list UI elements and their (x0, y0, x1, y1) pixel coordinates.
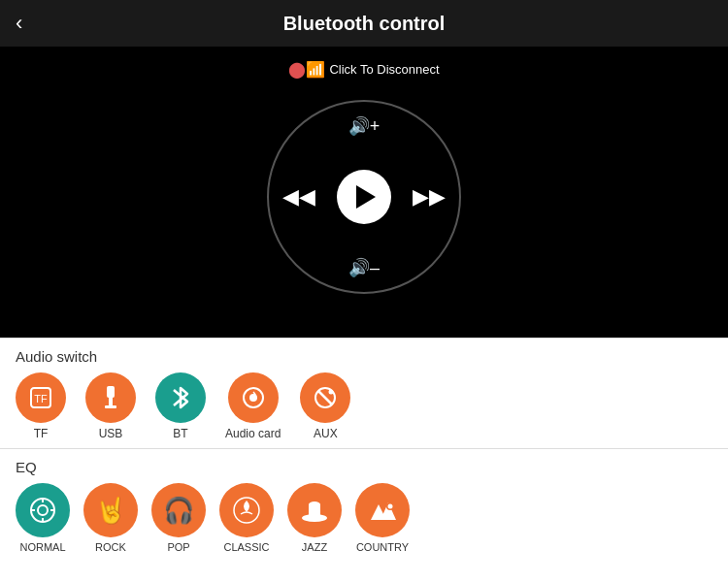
svg-rect-4 (105, 405, 116, 408)
aux-icon-circle (300, 372, 350, 423)
audio-card-icon-circle (228, 372, 279, 423)
eq-jazz-label: JAZZ (302, 541, 327, 553)
disconnect-button[interactable]: ⬤📶 Click To Disconnect (288, 60, 439, 79)
eq-country-circle (355, 483, 410, 537)
eq-jazz-item[interactable]: JAZZ (287, 483, 342, 553)
eq-normal-circle (16, 483, 70, 537)
back-button[interactable]: ‹ (16, 11, 22, 36)
eq-rock-circle: 🤘 (83, 483, 138, 537)
eq-pop-circle: 🎧 (151, 483, 206, 537)
page-title: Bluetooth control (283, 13, 446, 35)
eq-normal-icon (27, 495, 58, 526)
usb-label: USB (99, 427, 123, 440)
audio-card-icon (240, 384, 267, 411)
eq-section: EQ NORMAL 🤘 ROCK 🎧 (0, 448, 728, 561)
bt-icon-circle (155, 372, 206, 423)
volume-up-icon: 🔊+ (348, 115, 381, 137)
bt-label: BT (173, 427, 187, 440)
eq-classic-circle (219, 483, 274, 537)
eq-normal-label: NORMAL (19, 541, 65, 553)
previous-icon: ◀◀ (282, 184, 315, 209)
svg-text:TF: TF (34, 393, 48, 404)
eq-row: NORMAL 🤘 ROCK 🎧 POP CLASSIC (16, 483, 712, 553)
header: ‹ Bluetooth control (0, 0, 728, 47)
eq-classic-icon (231, 495, 262, 526)
player-area: ⬤📶 Click To Disconnect 🔊+ ◀◀ ▶▶ 🔊– (0, 47, 728, 338)
audio-usb-item[interactable]: USB (85, 372, 136, 440)
eq-classic-item[interactable]: CLASSIC (219, 483, 274, 553)
circular-control: 🔊+ ◀◀ ▶▶ 🔊– (267, 100, 461, 294)
play-icon (356, 185, 376, 209)
eq-pop-item[interactable]: 🎧 POP (151, 483, 206, 553)
eq-pop-label: POP (167, 541, 189, 553)
svg-point-19 (309, 501, 320, 507)
tf-label: TF (34, 427, 49, 440)
volume-up-button[interactable]: 🔊+ (348, 115, 381, 137)
volume-down-button[interactable]: 🔊– (348, 257, 380, 278)
play-button[interactable] (337, 170, 391, 224)
svg-point-9 (329, 390, 334, 395)
svg-point-11 (38, 505, 48, 515)
svg-point-23 (388, 504, 393, 509)
previous-button[interactable]: ◀◀ (282, 184, 315, 210)
usb-icon-circle (85, 372, 136, 423)
aux-icon (312, 384, 339, 411)
audio-switch-section: Audio switch TF TF USB (0, 338, 728, 448)
eq-country-label: COUNTRY (356, 541, 409, 553)
eq-rock-label: ROCK (95, 541, 126, 553)
tf-icon-circle: TF (16, 372, 66, 423)
eq-section-label: EQ (16, 459, 712, 475)
disconnect-label: Click To Disconnect (329, 62, 439, 77)
eq-rock-item[interactable]: 🤘 ROCK (83, 483, 138, 553)
audio-card-item[interactable]: Audio card (225, 372, 281, 440)
eq-jazz-icon (299, 495, 330, 526)
eq-pop-icon: 🎧 (163, 496, 194, 526)
eq-country-icon (367, 495, 398, 526)
eq-normal-item[interactable]: NORMAL (16, 483, 70, 553)
audio-switch-row: TF TF USB BT (16, 372, 712, 440)
svg-rect-2 (107, 386, 115, 398)
eq-country-item[interactable]: COUNTRY (355, 483, 410, 553)
audio-switch-label: Audio switch (16, 348, 712, 365)
eq-jazz-circle (287, 483, 342, 537)
svg-line-8 (319, 392, 331, 404)
audio-aux-item[interactable]: AUX (300, 372, 350, 440)
eq-rock-icon: 🤘 (95, 496, 126, 526)
eq-classic-label: CLASSIC (223, 541, 269, 553)
usb-icon (97, 384, 124, 411)
tf-icon: TF (27, 384, 54, 411)
bluetooth-icon (170, 384, 191, 411)
audio-card-label: Audio card (225, 427, 281, 440)
audio-bt-item[interactable]: BT (155, 372, 206, 440)
audio-tf-item[interactable]: TF TF (16, 372, 66, 440)
next-icon: ▶▶ (413, 184, 446, 209)
bluetooth-icon: ⬤📶 (288, 60, 325, 79)
volume-down-icon: 🔊– (348, 257, 380, 278)
next-button[interactable]: ▶▶ (413, 184, 446, 210)
aux-label: AUX (314, 427, 338, 440)
